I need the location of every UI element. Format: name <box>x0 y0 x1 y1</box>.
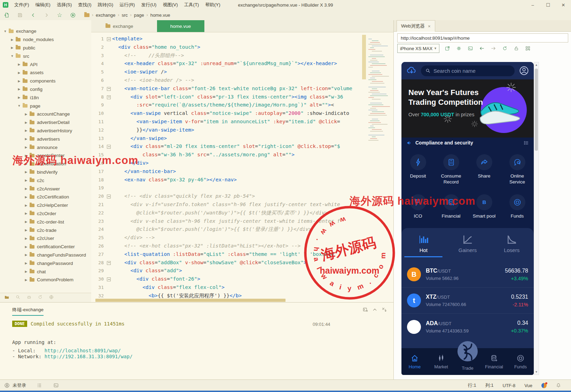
login-status[interactable]: 未登录 <box>13 382 26 389</box>
chevron-right-icon[interactable]: ▶ <box>24 187 29 190</box>
chevron-right-icon[interactable]: ▶ <box>24 112 29 116</box>
tree-item-exchange[interactable]: ▼exchange <box>0 27 91 36</box>
nav-back-icon[interactable] <box>478 45 485 52</box>
address-bar[interactable]: http://localhost:8091/wap/#/home <box>397 33 568 42</box>
code-line[interactable]: 30 <div class="font-26"> <box>91 275 393 283</box>
tree-item-assets[interactable]: ▶assets <box>0 69 91 77</box>
code-line[interactable]: 7 <van-notice-bar class="font-26 text-wh… <box>91 85 393 93</box>
tree-item-c2c-order-list[interactable]: ▶c2c-order-list <box>0 218 91 226</box>
coin-row-btc[interactable]: BBTC/USDTVolume 5662.9656636.78+3.49% <box>401 261 534 288</box>
terminal-tab[interactable]: 终端-exchange <box>12 307 44 316</box>
editor-vertical-scrollbar[interactable] <box>362 35 366 79</box>
nav-trade[interactable]: Trade <box>454 348 481 375</box>
quick-action-financial[interactable]: Financial <box>435 194 468 228</box>
tree-item-advertisers[interactable]: ▶advertisers <box>0 135 91 143</box>
chevron-right-icon[interactable]: ▶ <box>24 146 29 149</box>
fold-marker-icon[interactable] <box>107 261 111 265</box>
nav-home[interactable]: Home <box>401 348 428 375</box>
quick-action-smart-pool[interactable]: BSmart pool <box>468 194 501 228</box>
fold-marker-icon[interactable] <box>107 277 111 281</box>
tree-item-certificationCenter[interactable]: ▶certificationCenter <box>0 243 91 251</box>
close-icon[interactable]: × <box>428 24 431 29</box>
active-file-tab[interactable]: home.vue <box>157 20 204 32</box>
code-line[interactable]: 17 </van-notice-bar> <box>91 167 393 176</box>
back-icon[interactable] <box>29 11 37 19</box>
notice-list-icon[interactable] <box>523 140 529 146</box>
tree-item-CommonProblem[interactable]: ▶CommonProblem <box>0 276 91 284</box>
user-icon[interactable] <box>4 383 10 388</box>
chevron-right-icon[interactable]: ▶ <box>24 220 29 224</box>
code-line[interactable]: 18 <ex-nav class="px-32 py-46"></ex-nav> <box>91 176 393 184</box>
close-button[interactable]: ✕ <box>556 0 571 10</box>
menu-item[interactable]: 选择(S) <box>54 0 75 10</box>
nav-funds[interactable]: Funds <box>507 348 534 375</box>
chevron-right-icon[interactable]: ▶ <box>24 121 29 124</box>
star-icon[interactable]: ☆ <box>56 11 63 19</box>
code-line[interactable]: 12 }}</van-swipe-item> <box>91 126 393 134</box>
quick-action-ico[interactable]: ICO <box>401 194 435 228</box>
tab-gainers[interactable]: Gainers <box>446 234 490 257</box>
menu-item[interactable]: 编辑(E) <box>32 0 54 10</box>
project-tab[interactable]: exchange <box>104 24 133 29</box>
code-line[interactable]: 31 <div class="flex flex-col"> <box>91 283 393 292</box>
tree-item-c2c[interactable]: ▶c2c <box>0 176 91 185</box>
promo-banner[interactable]: New Year's Futures Trading Competition O… <box>401 79 534 138</box>
history-view-icon[interactable] <box>38 295 45 301</box>
tree-item-announce[interactable]: ▶announce <box>0 143 91 151</box>
close-terminal-icon[interactable] <box>381 307 387 313</box>
tree-item-advertiserHistory[interactable]: ▶advertiserHistory <box>0 127 91 135</box>
quick-action-deposit[interactable]: Deposit <box>401 154 435 194</box>
menu-item[interactable]: 工具(T) <box>181 0 202 10</box>
code-line[interactable]: 3 <!-- //头部组件--> <box>91 52 393 60</box>
fold-marker-icon[interactable] <box>107 195 111 198</box>
chevron-right-icon[interactable]: ▶ <box>10 38 15 41</box>
code-line[interactable]: 6 <!-- <ioe-header /> --> <box>91 76 393 85</box>
code-line[interactable]: 21 <div v-if="userInfo.token" class="h-9… <box>91 201 393 209</box>
refresh-icon[interactable] <box>501 45 508 52</box>
collapse-panel-icon[interactable] <box>372 307 378 313</box>
code-line[interactable]: 19 <box>91 184 393 192</box>
chevron-right-icon[interactable]: ▶ <box>24 170 29 174</box>
language-mode[interactable]: Vue <box>524 383 532 388</box>
browser-tab[interactable]: Web浏览器 × <box>397 20 435 32</box>
menu-item[interactable]: 视图(V) <box>159 0 181 10</box>
find-view-icon[interactable] <box>15 295 22 301</box>
notifications-bell-icon[interactable] <box>556 383 561 388</box>
files-view-icon[interactable] <box>4 295 11 301</box>
coin-row-xtz[interactable]: tXTZ/USDTVolume 7247600.660.5231-2.11% <box>401 288 534 314</box>
chevron-right-icon[interactable]: ▶ <box>24 195 29 199</box>
chevron-right-icon[interactable]: ▶ <box>17 87 22 91</box>
menu-item[interactable]: 查找(I) <box>75 0 94 10</box>
menu-item[interactable]: 帮助(Y) <box>202 0 223 10</box>
editor-horizontal-scrollbar[interactable] <box>95 299 286 302</box>
network-url-link[interactable]: http://192.168.31.33:8091/wap/ <box>45 354 133 359</box>
quick-action-online-service[interactable]: Online Service <box>501 154 534 194</box>
new-file-icon[interactable] <box>3 11 10 19</box>
tree-item-c2cHelpCenter[interactable]: ▶c2cHelpCenter <box>0 201 91 210</box>
tree-item-bindVerify[interactable]: ▶bindVerify <box>0 168 91 177</box>
code-line[interactable]: 32 <b>{{ $t('安装此应用程序') }}</b> <box>91 292 393 298</box>
tree-item-API[interactable]: ▶API <box>0 60 91 69</box>
lock-icon[interactable] <box>513 45 520 52</box>
quick-action-share[interactable]: Share <box>468 154 501 194</box>
cursor-column[interactable]: 列:1 <box>485 382 494 389</box>
open-external-icon[interactable] <box>444 45 451 52</box>
fold-marker-icon[interactable] <box>107 95 111 99</box>
code-area[interactable]: 1<template>2 <div class="home no_touch">… <box>91 32 393 298</box>
nav-market[interactable]: Market <box>428 348 454 375</box>
code-line[interactable]: 11 <van-swipe-item v-for="item in announ… <box>91 118 393 126</box>
chevron-right-icon[interactable]: ▶ <box>24 179 29 182</box>
maximize-button[interactable]: ☐ <box>540 0 556 10</box>
code-line[interactable]: 27 <list-quatation :listData="qList" :cl… <box>91 250 393 259</box>
chevron-right-icon[interactable]: ▶ <box>24 162 29 166</box>
tree-item-src[interactable]: ▼src <box>0 52 91 60</box>
fold-marker-icon[interactable] <box>107 87 111 91</box>
chevron-right-icon[interactable]: ▶ <box>24 237 29 240</box>
code-line[interactable]: 4 <ex-header class="px-32" :unread_num="… <box>91 60 393 68</box>
chevron-right-icon[interactable]: ▶ <box>24 261 29 265</box>
chevron-right-icon[interactable]: ▶ <box>10 46 15 49</box>
sync-status-icon[interactable] <box>541 383 547 388</box>
tree-item-components[interactable]: ▶components <box>0 77 91 85</box>
chevron-down-icon[interactable]: ▼ <box>10 54 15 58</box>
local-url-link[interactable]: http://localhost:8091/wap/ <box>45 348 121 353</box>
